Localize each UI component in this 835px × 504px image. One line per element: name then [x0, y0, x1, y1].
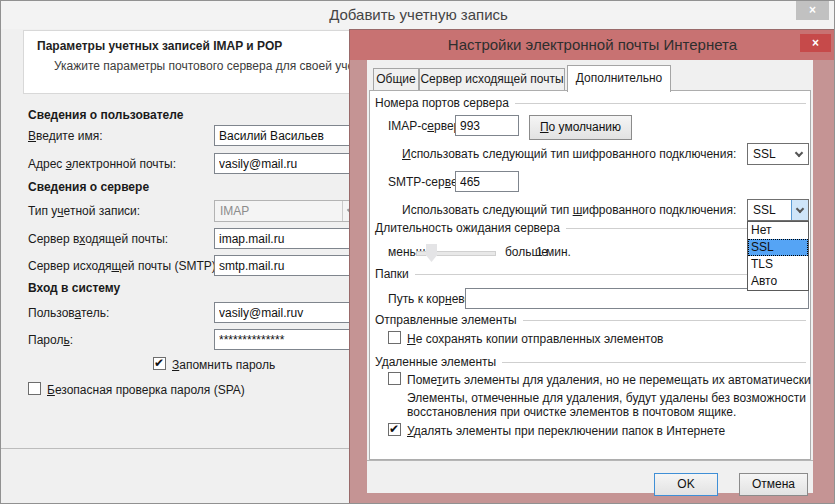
purge-on-switch-checkbox[interactable]: ✔: [388, 423, 401, 436]
settings-content: Общие Сервер исходящей почты Дополнитель…: [367, 60, 813, 493]
group-folders: Папки: [375, 267, 806, 281]
chevron-down-icon: [791, 200, 808, 220]
chevron-down-icon: [791, 144, 808, 164]
smtp-encryption-value: SSL: [753, 203, 776, 217]
email-label: Адрес электронной почты:: [28, 157, 176, 171]
group-server-timeout: Длительность ожидания сервера: [375, 221, 806, 235]
section-server-info: Сведения о сервере: [28, 180, 149, 194]
name-label: Введите имя:: [28, 129, 103, 143]
screen: Добавить учетную запись × Параметры учет…: [0, 0, 835, 504]
ok-button[interactable]: OK: [654, 473, 718, 496]
smtp-encryption-combo[interactable]: SSL: [747, 199, 809, 221]
imap-port-field[interactable]: [455, 115, 519, 136]
mark-for-deletion-checkbox[interactable]: [388, 372, 401, 385]
tab-general[interactable]: Общие: [373, 68, 419, 91]
dropdown-option-ssl[interactable]: SSL: [748, 239, 808, 256]
imap-encryption-label: Использовать следующий тип шифрованного …: [402, 147, 736, 161]
deletion-note-line1: Элементы, отмеченные для удаления, будут…: [407, 391, 806, 405]
incoming-server-label: Сервер входящей почты:: [28, 232, 168, 246]
no-copies-checkbox[interactable]: [388, 331, 401, 344]
internet-email-settings-dialog: Настройки электронной почты Интернета × …: [349, 29, 835, 504]
username-label: Пользователь:: [28, 306, 109, 320]
tab-outgoing-server[interactable]: Сервер исходящей почты: [419, 68, 565, 91]
spa-checkbox[interactable]: [28, 382, 41, 395]
add-account-title: Добавить учетную запись: [1, 1, 835, 29]
root-folder-field[interactable]: [465, 288, 809, 309]
remember-password-checkbox[interactable]: ✔: [153, 357, 166, 370]
settings-footer: OK Отмена: [367, 460, 813, 493]
group-deleted-items: Удаленные элементы: [375, 355, 806, 369]
deletion-note-line2: восстановления при очистке элементов в п…: [407, 405, 736, 419]
tab-advanced[interactable]: Дополнительно: [567, 65, 671, 92]
account-type-value: IMAP: [220, 204, 249, 218]
incoming-server-field[interactable]: [214, 228, 361, 249]
name-field[interactable]: [214, 125, 361, 146]
username-field[interactable]: [214, 302, 361, 323]
close-button[interactable]: ×: [800, 34, 831, 52]
imap-encryption-value: SSL: [753, 147, 776, 161]
timeout-value: 1 мин.: [536, 245, 571, 259]
smtp-port-field[interactable]: [455, 171, 519, 192]
purge-on-switch-label: Удалять элементы при переключении папок …: [407, 424, 725, 438]
spa-label: Безопасная проверка пароля (SPA): [47, 383, 245, 397]
mark-for-deletion-label: Пометить элементы для удаления, но не пе…: [407, 373, 811, 387]
check-icon: ✔: [389, 422, 399, 436]
email-field[interactable]: [214, 153, 361, 174]
close-button[interactable]: ×: [796, 1, 829, 20]
outgoing-server-label: Сервер исходящей почты (SMTP):: [28, 259, 219, 273]
imap-port-label: IMAP-сервер:: [388, 119, 464, 133]
outgoing-server-field[interactable]: [214, 255, 361, 276]
section-logon: Вход в систему: [28, 281, 120, 295]
dropdown-option-auto[interactable]: Авто: [748, 273, 808, 290]
page-header-title: Параметры учетных записей IMAP и POP: [37, 39, 282, 53]
dropdown-option-tls[interactable]: TLS: [748, 256, 808, 273]
settings-title: Настройки электронной почты Интернета: [350, 30, 835, 60]
use-defaults-button[interactable]: По умолчанию: [529, 115, 632, 140]
close-icon: ×: [809, 3, 816, 17]
check-icon: ✔: [154, 356, 164, 370]
account-type-label: Тип учетной записи:: [28, 204, 140, 218]
group-sent-items: Отправленные элементы: [375, 313, 806, 327]
dropdown-option-none[interactable]: Нет: [748, 222, 808, 239]
cancel-button[interactable]: Отмена: [739, 473, 808, 496]
password-label: Пароль:: [28, 333, 73, 347]
advanced-tab-panel: Номера портов сервера IMAP-сервер: По ум…: [369, 90, 811, 460]
group-server-ports: Номера портов сервера: [375, 96, 806, 110]
remember-password-label: Запомнить пароль: [172, 358, 275, 372]
imap-encryption-combo[interactable]: SSL: [747, 143, 809, 165]
smtp-encryption-label: Использовать следующий тип шифрованного …: [402, 203, 736, 217]
no-copies-label: Не сохранять копии отправленных элементо…: [407, 332, 663, 346]
encryption-dropdown-list: Нет SSL TLS Авто: [747, 221, 809, 291]
timeout-slider-thumb[interactable]: [426, 244, 437, 262]
section-user-info: Сведения о пользователе: [28, 108, 183, 122]
password-field[interactable]: [214, 329, 361, 350]
page-header-subtitle: Укажите параметры почтового сервера для …: [54, 59, 379, 73]
close-icon: ×: [812, 36, 819, 50]
account-type-combo: IMAP: [214, 200, 361, 222]
